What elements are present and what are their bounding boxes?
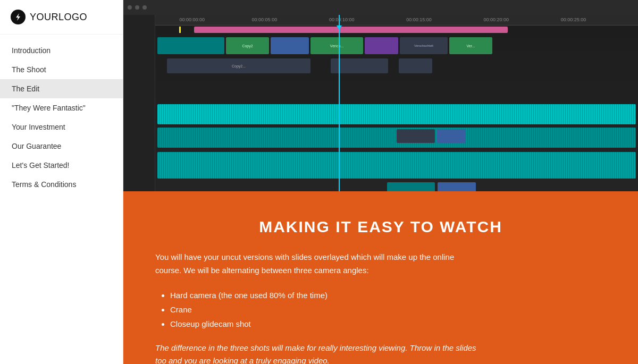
sidebar-item-your-investment[interactable]: Your Investment xyxy=(0,117,123,137)
svg-marker-0 xyxy=(16,13,20,21)
topbar-dot-3 xyxy=(142,5,147,10)
waveform-3 xyxy=(157,152,636,179)
time-1: 00:00:05:00 xyxy=(252,17,278,22)
bullet-list: Hard camera (the one used 80% of the tim… xyxy=(155,288,606,331)
sidebar-nav: Introduction The Shoot The Edit "They We… xyxy=(0,35,123,364)
hero-image: 00:00:00:00 00:00:05:00 00:00:10:00 00:0… xyxy=(123,0,638,191)
bottom-clip-row xyxy=(155,182,638,191)
audio-track-3 xyxy=(157,152,636,179)
video-track-1: Copy2 Verich... Verschachtelt Ver... xyxy=(155,37,638,54)
sidebar: YOURLOGO Introduction The Shoot The Edit… xyxy=(0,0,123,364)
mid-clip-row xyxy=(155,129,638,143)
section-title: MAKING IT EASY TO WATCH xyxy=(155,218,606,236)
bottom-clip-2 xyxy=(438,182,476,191)
bullet-item-2: Crane xyxy=(170,302,606,317)
time-0: 00:00:00:00 xyxy=(179,17,205,22)
clip-v2-1: Copy2... xyxy=(167,58,310,73)
intro-paragraph: You will have your uncut versions with s… xyxy=(155,251,474,277)
time-2: 00:00:10:00 xyxy=(329,17,355,22)
playhead xyxy=(339,15,340,191)
topbar-dot-1 xyxy=(128,5,132,10)
logo-text: YOURLOGO xyxy=(30,12,87,23)
bullet-item-1: Hard camera (the one used 80% of the tim… xyxy=(170,288,606,302)
italic-paragraph: The difference in the three shots will m… xyxy=(155,342,485,365)
logo-bold: YOUR xyxy=(30,12,58,22)
sidebar-item-our-guarantee[interactable]: Our Guarantee xyxy=(0,137,123,156)
track-labels xyxy=(123,15,155,191)
clip-v1-4: Verich... xyxy=(310,37,363,54)
mid-clip-2 xyxy=(437,129,466,143)
pink-timeline-bar xyxy=(194,27,508,33)
clip-v1-3 xyxy=(271,37,309,54)
clip-v1-5 xyxy=(365,37,398,54)
clip-v2-3 xyxy=(399,58,432,73)
topbar-dot-2 xyxy=(135,5,139,10)
editor-simulation: 00:00:00:00 00:00:05:00 00:00:10:00 00:0… xyxy=(123,0,638,191)
sidebar-item-terms-conditions[interactable]: Terms & Conditions xyxy=(0,175,123,194)
logo-regular: LOGO xyxy=(58,12,87,22)
time-5: 00:00:25:00 xyxy=(561,17,586,22)
sidebar-item-introduction[interactable]: Introduction xyxy=(0,41,123,60)
logo-area: YOURLOGO xyxy=(0,0,123,35)
waveform-1 xyxy=(157,104,636,124)
time-4: 00:00:20:00 xyxy=(483,17,509,22)
timeline-tracks: 00:00:00:00 00:00:05:00 00:00:10:00 00:0… xyxy=(155,15,638,191)
sidebar-item-they-were-fantastic[interactable]: "They Were Fantastic" xyxy=(0,98,123,117)
sidebar-item-lets-get-started[interactable]: Let's Get Started! xyxy=(0,156,123,175)
logo-icon xyxy=(11,10,26,24)
clip-v1-2: Copy2 xyxy=(226,37,269,54)
clip-v1-1 xyxy=(157,37,224,54)
sidebar-item-the-shoot[interactable]: The Shoot xyxy=(0,60,123,79)
content-section: MAKING IT EASY TO WATCH You will have yo… xyxy=(123,191,638,364)
bullet-item-3: Closeup glidecam shot xyxy=(170,317,606,331)
clip-v1-7: Ver... xyxy=(449,37,492,54)
bottom-clip-1 xyxy=(387,182,435,191)
mid-clip-1 xyxy=(397,129,435,143)
bolt-icon xyxy=(14,13,22,21)
yellow-marker xyxy=(179,27,181,33)
timeline-area: 00:00:00:00 00:00:05:00 00:00:10:00 00:0… xyxy=(123,15,638,191)
audio-track-1 xyxy=(157,104,636,124)
main-content: 00:00:00:00 00:00:05:00 00:00:10:00 00:0… xyxy=(123,0,638,364)
clip-v1-6: Verschachtelt xyxy=(400,37,448,54)
editor-topbar xyxy=(123,0,638,15)
time-ruler: 00:00:00:00 00:00:05:00 00:00:10:00 00:0… xyxy=(155,15,638,26)
video-track-2: Copy2... xyxy=(155,58,638,73)
time-3: 00:00:15:00 xyxy=(406,17,432,22)
sidebar-item-the-edit[interactable]: The Edit xyxy=(0,79,123,98)
